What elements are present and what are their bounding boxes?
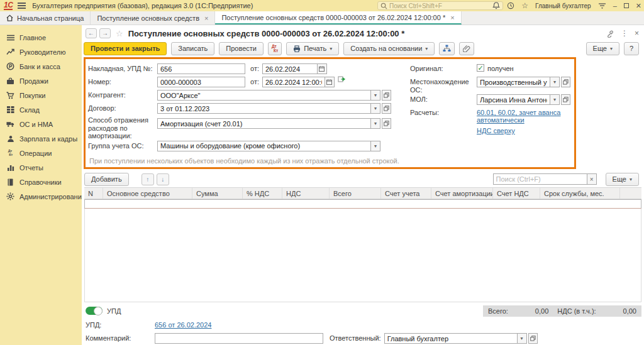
dropdown-chevron-icon[interactable]: ▾	[371, 103, 380, 114]
favorite-star-icon[interactable]: ☆	[116, 29, 123, 38]
sidebar-item-warehouse[interactable]: Склад	[0, 102, 82, 117]
close-window-button[interactable]: ✕	[636, 2, 641, 10]
history-icon[interactable]	[507, 2, 514, 9]
help-button[interactable]: ?	[624, 42, 639, 55]
more-button[interactable]: Еще ▾	[586, 42, 619, 55]
invoice-number-input[interactable]	[158, 65, 245, 73]
move-down-icon[interactable]: ↓	[157, 173, 169, 185]
global-search-input[interactable]	[389, 3, 500, 9]
col-vat[interactable]: НДС	[282, 188, 330, 199]
sidebar-item-sales[interactable]: Продажи	[0, 74, 82, 88]
open-item-icon[interactable]	[382, 103, 391, 114]
dropdown-chevron-icon[interactable]: ▾	[371, 118, 380, 129]
move-up-icon[interactable]: ↑	[142, 173, 154, 185]
location-input[interactable]	[477, 79, 550, 86]
post-and-close-button[interactable]: Провести и закрыть	[84, 42, 167, 55]
sidebar-label: Главное	[19, 34, 46, 41]
upd-document-link[interactable]: 656 от 26.02.2024	[155, 321, 211, 329]
show-postings-dtkt-button[interactable]: ДтКт	[268, 42, 282, 55]
forward-button[interactable]: →	[99, 28, 111, 38]
tab-list-label: Поступление основных средств	[97, 14, 199, 22]
add-row-button[interactable]: Добавить	[84, 173, 129, 186]
maximize-button[interactable]	[624, 3, 629, 8]
contractor-input[interactable]	[158, 92, 370, 99]
col-fixed-asset[interactable]: Основное средство	[103, 188, 192, 199]
calendar-icon[interactable]	[325, 77, 335, 87]
open-item-icon[interactable]	[382, 118, 391, 129]
more-actions-dots-icon[interactable]: ⋮	[621, 29, 628, 38]
sidebar-item-operations[interactable]: Дт Кт Операции	[0, 146, 82, 160]
settlements-accounts-link[interactable]: 60.01, 60.02, зачет аванса автоматически	[477, 107, 570, 124]
sidebar-item-purchases[interactable]: Покупки	[0, 88, 82, 102]
notifications-bell-icon[interactable]	[492, 2, 500, 9]
current-user[interactable]: Главный бухгалтер	[535, 3, 591, 9]
open-item-icon[interactable]	[561, 94, 570, 105]
number-input[interactable]	[158, 79, 245, 86]
col-service-life[interactable]: Срок службы, мес.	[540, 188, 620, 199]
sidebar-item-salary-hr[interactable]: Зарплата и кадры	[0, 131, 82, 146]
chevron-down-icon: ▾	[330, 46, 332, 52]
col-amount[interactable]: Сумма	[192, 188, 243, 199]
original-received-checkbox[interactable]: ✓	[477, 64, 484, 72]
fill-number-icon[interactable]	[338, 76, 346, 83]
dropdown-chevron-icon[interactable]: ▾	[371, 90, 380, 101]
global-search[interactable]	[377, 1, 503, 10]
close-document-icon[interactable]: ×	[635, 29, 639, 38]
table-search-input[interactable]	[494, 175, 587, 183]
write-button[interactable]: Записать	[171, 42, 214, 55]
table-body[interactable]	[84, 209, 641, 302]
comment-input[interactable]	[155, 335, 323, 342]
favorites-star-icon[interactable]: ☆	[521, 2, 528, 9]
sidebar-item-manager[interactable]: Руководителю	[0, 45, 82, 59]
calendar-icon[interactable]	[318, 63, 327, 74]
mol-input[interactable]	[477, 96, 550, 104]
col-total[interactable]: Всего	[330, 188, 381, 199]
main-menu-icon[interactable]	[18, 1, 26, 10]
tab-fixed-assets-list[interactable]: Поступление основных средств ×	[91, 11, 215, 25]
create-based-on-button[interactable]: Создать на основании ▾	[343, 42, 435, 55]
post-button[interactable]: Провести	[219, 42, 264, 55]
attachments-button[interactable]	[459, 42, 474, 55]
invoice-date-input[interactable]	[263, 65, 317, 73]
table-row[interactable]	[84, 199, 641, 209]
table-more-button[interactable]: Еще ▾	[606, 173, 639, 186]
sidebar-item-fixed-assets[interactable]: ОС и НМА	[0, 117, 82, 131]
os-group-label: Группа учета ОС:	[88, 140, 157, 150]
col-vat-percent[interactable]: % НДС	[243, 188, 282, 199]
col-account[interactable]: Счет учета	[381, 188, 431, 199]
clear-search-icon[interactable]: ×	[587, 173, 597, 185]
report-structure-button[interactable]	[439, 42, 455, 55]
os-group-input[interactable]	[158, 142, 370, 150]
tab-home[interactable]: Начальная страница	[0, 11, 91, 25]
dropdown-chevron-icon[interactable]: ▾	[550, 77, 560, 87]
date-input[interactable]	[263, 79, 325, 86]
col-depreciation-account[interactable]: Счет амортизации	[431, 188, 493, 199]
back-button[interactable]: ←	[86, 28, 97, 38]
vat-on-top-link[interactable]: НДС сверху	[477, 124, 515, 134]
tab-home-label: Начальная страница	[17, 14, 84, 22]
contract-input[interactable]	[158, 105, 370, 112]
sidebar-item-reports[interactable]: Отчеты	[0, 160, 82, 175]
print-button[interactable]: Печать ▾	[286, 42, 339, 55]
tab-close-icon[interactable]: ×	[204, 14, 208, 22]
open-item-icon[interactable]	[382, 90, 391, 101]
tab-close-icon[interactable]: ×	[450, 14, 454, 21]
dropdown-chevron-icon[interactable]: ▾	[518, 333, 527, 344]
open-item-icon[interactable]	[528, 333, 538, 344]
sidebar-item-main[interactable]: Главное	[0, 30, 82, 45]
sidebar-item-directories[interactable]: Справочники	[0, 175, 82, 189]
col-vat-account[interactable]: Счет НДС	[493, 188, 540, 199]
tab-fixed-assets-doc[interactable]: Поступление основных средств 0000-000003…	[215, 11, 461, 25]
depreciation-method-input[interactable]	[158, 120, 370, 128]
user-menu-icon[interactable]	[598, 3, 606, 9]
upd-toggle[interactable]	[86, 307, 103, 315]
dropdown-chevron-icon[interactable]: ▾	[550, 94, 560, 105]
dropdown-chevron-icon[interactable]: ▾	[371, 141, 380, 151]
minimize-button[interactable]: –	[613, 2, 617, 9]
responsible-input[interactable]	[385, 335, 517, 342]
get-link-icon[interactable]	[606, 30, 614, 38]
open-item-icon[interactable]	[561, 77, 570, 87]
sidebar-item-administration[interactable]: Администрирование	[0, 189, 82, 204]
col-n[interactable]: N	[84, 188, 103, 199]
sidebar-item-bank-cash[interactable]: Банк и касса	[0, 59, 82, 74]
